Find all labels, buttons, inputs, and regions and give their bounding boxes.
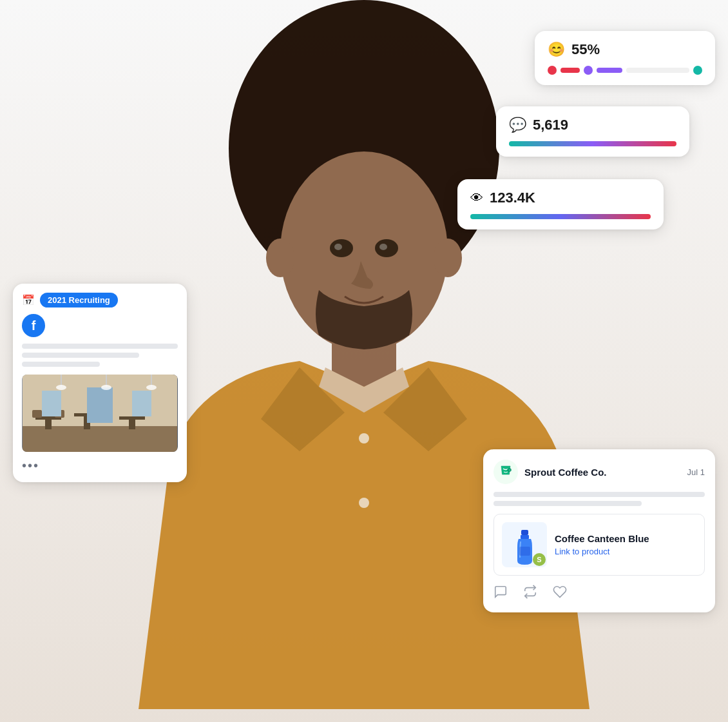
social-text-1 [493, 492, 705, 497]
social-account-name: Sprout Coffee Co. [524, 467, 607, 478]
svg-rect-19 [32, 410, 42, 418]
views-value: 123.4K [490, 190, 535, 206]
facebook-logo: f [22, 314, 45, 337]
social-actions [493, 585, 705, 602]
comments-card: 💬 5,619 [496, 106, 689, 157]
views-card: 👁 123.4K [457, 179, 664, 229]
progress-track [626, 68, 689, 73]
svg-rect-32 [521, 535, 529, 539]
svg-rect-22 [132, 391, 151, 416]
progress-red [560, 68, 580, 73]
facebook-dots-menu[interactable]: ••• [22, 458, 178, 473]
coffee-cup-icon [498, 464, 513, 480]
social-header: Sprout Coffee Co. Jul 1 [493, 460, 705, 484]
fb-image-inner [22, 375, 178, 452]
svg-point-10 [434, 239, 462, 277]
facebook-text-lines [22, 344, 178, 367]
svg-rect-33 [519, 547, 530, 556]
social-header-left: Sprout Coffee Co. [493, 460, 607, 484]
svg-rect-14 [45, 420, 52, 429]
svg-point-8 [379, 244, 387, 250]
dot-teal [693, 66, 702, 75]
comments-bar [509, 141, 676, 146]
bottle-svg [513, 529, 536, 567]
sentiment-progress [548, 66, 702, 75]
views-bar [470, 214, 651, 219]
svg-point-29 [146, 385, 157, 390]
comments-icon: 💬 [509, 117, 526, 133]
text-line-1 [22, 344, 178, 349]
social-post-date: Jul 1 [687, 467, 705, 477]
sentiment-emoji: 😊 [548, 41, 565, 58]
text-line-2 [22, 353, 139, 358]
svg-rect-21 [87, 387, 113, 423]
retweet-action-icon[interactable] [523, 585, 537, 602]
shopify-badge: S [533, 553, 546, 566]
svg-rect-17 [119, 416, 145, 420]
campaign-badge: 2021 Recruiting [40, 293, 118, 307]
product-link[interactable]: Link to product [555, 547, 609, 556]
svg-point-27 [101, 385, 111, 390]
svg-point-4 [359, 498, 369, 508]
progress-purple [597, 68, 622, 73]
facebook-image [22, 375, 178, 452]
svg-point-7 [334, 244, 342, 250]
dot-red [548, 66, 557, 75]
product-info: Coffee Canteen Blue Link to product [555, 532, 649, 557]
like-action-icon[interactable] [553, 585, 567, 602]
svg-rect-18 [129, 420, 135, 429]
comments-value: 5,619 [533, 117, 568, 133]
svg-point-3 [359, 433, 369, 444]
product-name: Coffee Canteen Blue [555, 532, 649, 545]
svg-rect-23 [42, 391, 61, 416]
svg-rect-11 [23, 426, 177, 452]
product-image: S [502, 522, 547, 567]
calendar-icon: 📅 [22, 294, 35, 306]
social-avatar [493, 460, 518, 484]
social-card: Sprout Coffee Co. Jul 1 S [483, 449, 715, 612]
svg-rect-31 [521, 530, 528, 535]
text-line-3 [22, 362, 100, 367]
social-text-2 [493, 501, 642, 506]
sentiment-card: 😊 55% [535, 31, 715, 85]
views-icon: 👁 [470, 191, 483, 206]
svg-point-9 [266, 239, 294, 277]
comment-action-icon[interactable] [493, 585, 508, 602]
dot-purple [584, 66, 593, 75]
facebook-header: 📅 2021 Recruiting [22, 293, 178, 307]
svg-point-25 [56, 385, 66, 390]
social-text-lines [493, 492, 705, 506]
sentiment-value: 55% [571, 41, 600, 58]
coffee-shop-svg [23, 375, 177, 452]
product-card[interactable]: S Coffee Canteen Blue Link to product [493, 514, 705, 576]
facebook-card: 📅 2021 Recruiting f [13, 284, 187, 482]
